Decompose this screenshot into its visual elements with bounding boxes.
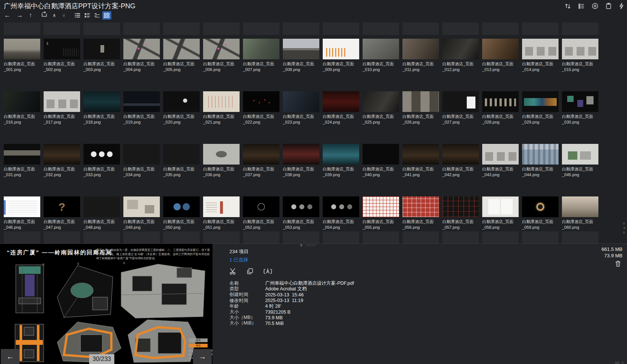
selected-count[interactable]: 1 已选择 [229,257,627,263]
file-thumbnail-partial[interactable] [482,231,519,243]
file-thumbnail-partial[interactable] [562,23,598,35]
file-item[interactable]: 白鹅潭酒店_页面_057.png [442,196,479,230]
file-item[interactable]: 白鹅潭酒店_页面_015.png [562,39,598,72]
file-item[interactable]: 白鹅潭酒店_页面_038.png [283,144,319,177]
file-item[interactable]: 白鹅潭酒店_页面_019.png [123,91,160,125]
lightning-icon[interactable] [619,3,624,9]
file-thumbnail-partial[interactable] [522,231,559,243]
sort-icon[interactable] [565,3,571,9]
collapse-up-button[interactable]: ∧ [52,11,58,20]
file-item[interactable]: 白鹅潭酒店_页面_037.png [243,144,279,177]
file-item[interactable]: 白鹅潭酒店_页面_034.png [123,144,160,177]
file-item[interactable]: 白鹅潭酒店_页面_004.png [123,39,160,72]
cut-button[interactable] [229,268,237,276]
clipboard-icon[interactable] [606,3,612,9]
file-item[interactable]: 白鹅潭酒店_页面_014.png [522,39,559,72]
file-item[interactable]: 白鹅潭酒店_页面_001.png [4,39,40,72]
file-item[interactable]: 白鹅潭酒店_页面_056.png [402,196,439,230]
file-thumbnail-partial[interactable] [44,231,80,243]
file-item[interactable]: 白鹅潭酒店_页面_042.png [442,144,479,177]
file-item[interactable]: 白鹅潭酒店_页面_041.png [402,144,439,177]
file-thumbnail-partial[interactable] [283,231,319,243]
file-thumbnail-partial[interactable] [123,231,160,243]
file-thumbnail-partial[interactable] [402,23,439,35]
file-thumbnail-partial[interactable] [163,231,200,243]
file-item[interactable]: 白鹅潭酒店_页面_030.png [562,91,598,125]
file-item[interactable]: 白鹅潭酒店_页面_013.png [482,39,519,72]
file-item[interactable]: 白鹅潭酒店_页面_017.png [44,91,80,125]
forward-button[interactable]: → [15,11,24,20]
file-item[interactable]: 白鹅潭酒店_页面_051.png [203,196,240,230]
file-thumbnail-partial[interactable] [442,23,479,35]
rename-button[interactable] [264,268,272,276]
file-thumbnail-partial[interactable] [83,231,120,243]
file-thumbnail-partial[interactable] [402,231,439,243]
grid-view-button[interactable] [102,11,111,20]
file-thumbnail-partial[interactable] [44,23,80,35]
file-thumbnail-partial[interactable] [363,23,399,35]
add-circle-icon[interactable] [592,3,598,9]
panel-collapse-handle[interactable]: ∨ ∷∷∷∷ [300,243,316,248]
file-thumbnail-partial[interactable] [83,23,120,35]
file-thumbnail-partial[interactable] [123,23,160,35]
trash-button[interactable] [615,260,621,269]
file-item[interactable]: 白鹅潭酒店_页面_026.png [402,91,439,125]
file-item[interactable]: 白鹅潭酒店_页面_036.png [203,144,240,177]
file-item[interactable]: 白鹅潭酒店_页面_045.png [562,144,598,177]
file-item[interactable]: 白鹅潭酒店_页面_029.png [522,91,559,125]
notification-toggle[interactable]: ∧ [615,361,624,364]
file-item[interactable]: 白鹅潭酒店_页面_055.png [363,196,399,230]
expand-down-button[interactable]: ∨ [61,11,67,20]
file-item[interactable]: 白鹅潭酒店_页面_052.png [243,196,279,230]
file-item[interactable]: 白鹅潭酒店_页面_031.png [4,144,40,177]
file-item[interactable]: 白鹅潭酒店_页面_028.png [482,91,519,125]
file-thumbnail-partial[interactable] [203,23,240,35]
list-view-button[interactable] [73,11,82,20]
file-item[interactable]: 白鹅潭酒店_页面_049.png [123,196,160,230]
file-thumbnail-partial[interactable] [323,231,359,243]
file-item[interactable]: 白鹅潭酒店_页面_010.png [363,39,399,72]
file-thumbnail-partial[interactable] [482,23,519,35]
file-item[interactable]: 白鹅潭酒店_页面_018.png [83,91,120,125]
copy-button[interactable] [247,268,254,276]
file-item[interactable]: 白鹅潭酒店_页面_005.png [163,39,200,72]
file-thumbnail-partial[interactable] [562,231,598,243]
file-item[interactable]: 白鹅潭酒店_页面_003.png [83,39,120,72]
file-item[interactable]: 白鹅潭酒店_页面_033.png [83,144,120,177]
file-item[interactable]: 白鹅潭酒店_页面_002.png [44,39,80,72]
details-view-button[interactable] [83,11,92,20]
file-item[interactable]: 白鹅潭酒店_页面_035.png [163,144,200,177]
file-item[interactable]: 白鹅潭酒店_页面_011.png [402,39,439,72]
file-item[interactable]: 白鹅潭酒店_页面_022.png [243,91,279,125]
file-item[interactable]: 白鹅潭酒店_页面_006.png [203,39,240,72]
file-item[interactable]: 白鹅潭酒店_页面_016.png [4,91,40,125]
file-thumbnail-partial[interactable] [163,23,200,35]
file-thumbnail-partial[interactable] [4,231,40,243]
file-item[interactable]: 白鹅潭酒店_页面_039.png [323,144,359,177]
file-thumbnail-partial[interactable] [243,231,279,243]
file-item[interactable]: 白鹅潭酒店_页面_027.png [442,91,479,125]
up-button[interactable]: ↑ [28,11,33,20]
file-item[interactable]: 白鹅潭酒店_页面_050.png [163,196,200,230]
file-item[interactable]: 白鹅潭酒店_页面_021.png [203,91,240,125]
file-item[interactable]: 白鹅潭酒店_页面_047.png [44,196,80,230]
file-item[interactable]: 白鹅潭酒店_页面_025.png [363,91,399,125]
scroll-bottom-icon[interactable]: ∨ [622,231,625,234]
file-thumbnail-partial[interactable] [4,23,40,35]
file-item[interactable]: 白鹅潭酒店_页面_046.png [4,196,40,230]
file-item[interactable]: 白鹅潭酒店_页面_058.png [482,196,519,230]
scroll-page-down-icon[interactable]: « [622,227,626,229]
file-item[interactable]: 白鹅潭酒店_页面_007.png [243,39,279,72]
previous-page-button[interactable]: ← [1,349,20,364]
scroll-down-icon[interactable]: ∨ [622,222,625,225]
file-thumbnail-partial[interactable] [363,231,399,243]
file-thumbnail-partial[interactable] [283,23,319,35]
file-item[interactable]: 白鹅潭酒店_页面_040.png [363,144,399,177]
file-item[interactable]: 白鹅潭酒店_页面_048.png [83,196,120,230]
back-button[interactable]: ← [3,11,12,20]
file-item[interactable]: 白鹅潭酒店_页面_044.png [522,144,559,177]
file-item[interactable]: 白鹅潭酒店_页面_060.png [562,196,598,230]
file-thumbnail-partial[interactable] [243,23,279,35]
file-item[interactable]: 白鹅潭酒店_页面_043.png [482,144,519,177]
file-item[interactable]: 白鹅潭酒店_页面_008.png [283,39,319,72]
